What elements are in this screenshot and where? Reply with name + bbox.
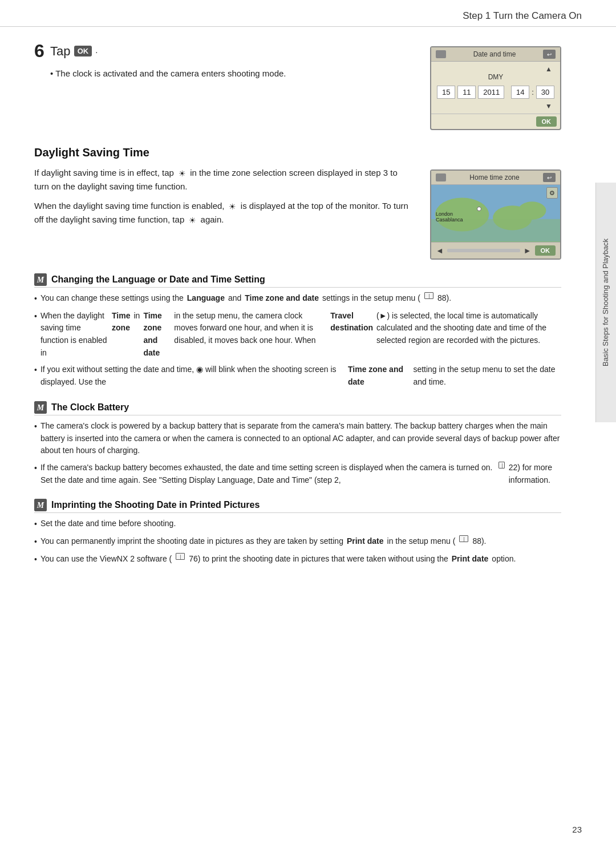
book-icon-2 xyxy=(499,462,504,469)
right-sidebar: Basic Steps for Shooting and Playback xyxy=(595,183,616,422)
step-6-left: 6 Tap OK . The clock is activated and th… xyxy=(34,41,407,80)
note-language-bullet-2: When the daylight saving time function i… xyxy=(34,310,561,360)
book-icon-1 xyxy=(424,292,433,299)
note-language-bullet-1: You can change these settings using the … xyxy=(34,292,561,305)
svg-text:M: M xyxy=(37,276,44,284)
step-6-section: 6 Tap OK . The clock is activated and th… xyxy=(34,41,561,130)
map-back-btn[interactable]: ↩ xyxy=(543,173,556,182)
dst-title: Daylight Saving Time xyxy=(34,146,561,159)
step-tap-label: Tap xyxy=(50,44,70,58)
screen-footer: OK xyxy=(431,114,560,129)
screen-body: ▲ DMY 15 11 2011 14 : 30 ▼ xyxy=(431,62,560,114)
map-right-arrow[interactable]: ► xyxy=(524,246,532,255)
note-imprint-section: M Imprinting the Shooting Date in Printe… xyxy=(34,499,561,566)
map-header-title: Home time zone xyxy=(446,173,543,181)
dst-icon-2: ☀ xyxy=(227,201,238,212)
date-row: 15 11 2011 14 : 30 xyxy=(437,86,554,99)
step-6-heading: 6 Tap OK . xyxy=(34,41,407,62)
dst-icon-3: ☀ xyxy=(187,215,198,226)
note-language-section: M Changing the Language or Date and Time… xyxy=(34,273,561,389)
note-imprint-bullet-1: Set the date and time before shooting. xyxy=(34,518,561,531)
note-imprint-bullet-3: You can use the ViewNX 2 software ( 76) … xyxy=(34,553,561,566)
screen-menu-btn xyxy=(436,50,446,58)
book-icon-3 xyxy=(459,535,468,542)
dst-icon-1: ☀ xyxy=(176,168,188,179)
screen-ok-button[interactable]: OK xyxy=(536,116,557,127)
map-left-arrow[interactable]: ◄ xyxy=(436,246,444,255)
colon: : xyxy=(532,88,534,96)
map-scrollbar xyxy=(447,249,520,252)
map-footer: ◄ ► OK xyxy=(431,242,560,259)
minute-cell: 30 xyxy=(536,86,554,99)
date-time-screen: Date and time ↩ ▲ DMY 15 11 2011 14 : 30 xyxy=(430,46,561,130)
step-number: 6 xyxy=(34,41,44,62)
step-6-bullets: The clock is activated and the camera en… xyxy=(50,67,407,80)
note-imprint-title: Imprinting the Shooting Date in Printed … xyxy=(51,500,260,510)
map-screen: Home time zone ↩ xyxy=(430,169,561,260)
map-label-london: London xyxy=(436,211,463,217)
screen-dmy: DMY xyxy=(437,73,554,81)
year-cell: 2011 xyxy=(478,86,504,99)
dst-text: If daylight saving time is in effect, ta… xyxy=(34,166,410,232)
page-header: Step 1 Turn the Camera On xyxy=(0,0,616,27)
dst-para1: If daylight saving time is in effect, ta… xyxy=(34,166,410,193)
day-cell: 15 xyxy=(437,86,455,99)
hour-cell: 14 xyxy=(511,86,529,99)
note-language-title: Changing the Language or Date and Time S… xyxy=(51,274,265,285)
note-language-icon: M xyxy=(34,273,47,286)
map-gear-icon: ⚙ xyxy=(546,187,558,199)
step-period: . xyxy=(95,45,98,55)
sidebar-label: Basic Steps for Shooting and Playback xyxy=(601,239,611,366)
note-clock-title: The Clock Battery xyxy=(51,402,129,413)
main-content: 6 Tap OK . The clock is activated and th… xyxy=(0,27,595,601)
step-6-bullet-1: The clock is activated and the camera en… xyxy=(50,67,407,80)
dst-para2: When the daylight saving time function i… xyxy=(34,199,410,227)
map-label-casablanca: Casablanca xyxy=(436,217,463,223)
note-language-header: M Changing the Language or Date and Time… xyxy=(34,273,561,288)
header-title: Step 1 Turn the Camera On xyxy=(463,10,582,22)
screen-title: Date and time xyxy=(446,50,543,58)
time-colon xyxy=(506,88,509,96)
note-language-bullets: You can change these settings using the … xyxy=(34,292,561,389)
month-cell: 11 xyxy=(457,86,476,99)
screen-back-btn[interactable]: ↩ xyxy=(543,50,556,59)
map-location-dot xyxy=(477,207,481,211)
map-header: Home time zone ↩ xyxy=(431,171,560,185)
note-language-bullet-3: If you exit without setting the date and… xyxy=(34,364,561,388)
note-clock-bullet-2: If the camera's backup battery becomes e… xyxy=(34,462,561,486)
note-imprint-bullets: Set the date and time before shooting. Y… xyxy=(34,518,561,566)
ok-icon: OK xyxy=(74,46,92,56)
page-number: 23 xyxy=(572,825,582,834)
triangle-down: ▼ xyxy=(437,102,554,110)
map-body: London Casablanca ⚙ xyxy=(431,185,560,242)
svg-text:M: M xyxy=(37,501,44,510)
dst-section: If daylight saving time is in effect, ta… xyxy=(34,166,561,260)
page-container: Step 1 Turn the Camera On Basic Steps fo… xyxy=(0,0,616,848)
map-menu-btn xyxy=(436,173,446,181)
note-clock-bullets: The camera's clock is powered by a backu… xyxy=(34,420,561,486)
svg-point-4 xyxy=(518,201,546,219)
note-imprint-bullet-2: You can permanently imprint the shooting… xyxy=(34,535,561,548)
note-clock-icon: M xyxy=(34,401,47,414)
note-clock-section: M The Clock Battery The camera's clock i… xyxy=(34,401,561,486)
note-imprint-header: M Imprinting the Shooting Date in Printe… xyxy=(34,499,561,513)
book-icon-4 xyxy=(176,553,185,560)
map-ok-button[interactable]: OK xyxy=(535,245,556,256)
screen-header: Date and time ↩ xyxy=(431,47,560,62)
note-clock-header: M The Clock Battery xyxy=(34,401,561,415)
note-clock-bullet-1: The camera's clock is powered by a backu… xyxy=(34,420,561,457)
triangle-up: ▲ xyxy=(437,65,554,73)
svg-text:M: M xyxy=(37,403,44,412)
map-labels: London Casablanca xyxy=(436,211,463,223)
note-imprint-icon: M xyxy=(34,499,47,511)
